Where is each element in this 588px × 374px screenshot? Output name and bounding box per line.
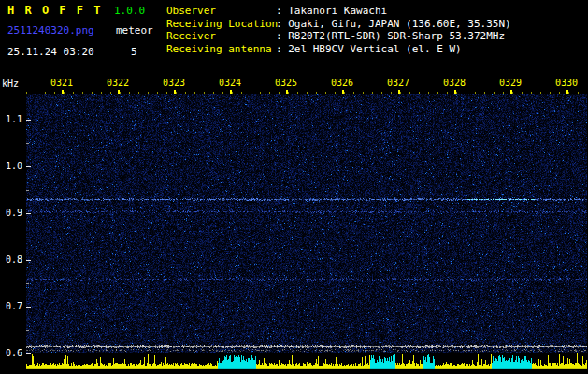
info-row-antenna: Receiving antenna: 2el-HB9CV Vertical (e… [166, 43, 511, 56]
time-label: 0324 [216, 78, 244, 89]
info-value: R820T2(RTL-SDR) SDR-Sharp 53.372MHz [288, 30, 505, 42]
info-separator: : [276, 30, 288, 42]
time-label: 0323 [160, 78, 188, 89]
time-label: 0328 [440, 78, 468, 89]
app-version: 1.0.0 [114, 6, 145, 17]
freq-label: 0.7 [0, 301, 22, 312]
mode-label: meteor [116, 25, 153, 36]
info-label: Observer [166, 5, 276, 18]
info-label: Receiver [166, 30, 276, 43]
spectrogram-canvas [26, 90, 587, 370]
time-label: 0321 [48, 78, 76, 89]
info-separator: : [276, 18, 288, 30]
info-value: Ogaki, Gifu, JAPAN (136.60E, 35.35N) [288, 18, 510, 30]
info-row-observer: Observer: Takanori Kawachi [166, 5, 511, 18]
info-label: Receiving Location [166, 18, 276, 31]
info-value: Takanori Kawachi [288, 5, 387, 17]
info-row-location: Receiving Location: Ogaki, Gifu, JAPAN (… [166, 18, 511, 31]
meteor-count: 5 [131, 47, 137, 58]
freq-label: 0.9 [0, 208, 22, 219]
time-label: 0329 [496, 78, 524, 89]
freq-unit-label: kHz [2, 79, 19, 90]
freq-label: 1.0 [0, 161, 22, 172]
info-separator: : [276, 43, 288, 55]
output-filename: 2511240320.png [7, 25, 94, 36]
info-separator: : [276, 5, 288, 17]
info-label: Receiving antenna [166, 43, 276, 56]
time-label: 0326 [328, 78, 356, 89]
freq-label: 0.6 [0, 348, 22, 359]
datetime-label: 25.11.24 03:20 [7, 47, 94, 58]
info-row-receiver: Receiver: R820T2(RTL-SDR) SDR-Sharp 53.3… [166, 30, 511, 43]
time-label: 0327 [384, 78, 412, 89]
freq-label: 0.8 [0, 254, 22, 266]
time-label: 0322 [104, 78, 132, 89]
time-label: 0325 [272, 78, 300, 89]
app-title: H R O F F T [7, 5, 102, 16]
time-label: 0330 [552, 78, 581, 89]
hrofft-screen: H R O F F T 1.0.0 2511240320.png meteor … [0, 0, 588, 374]
info-value: 2el-HB9CV Vertical (el. E-W) [288, 43, 461, 55]
freq-label: 1.1 [0, 114, 22, 125]
station-info: Observer: Takanori Kawachi Receiving Loc… [166, 5, 511, 55]
